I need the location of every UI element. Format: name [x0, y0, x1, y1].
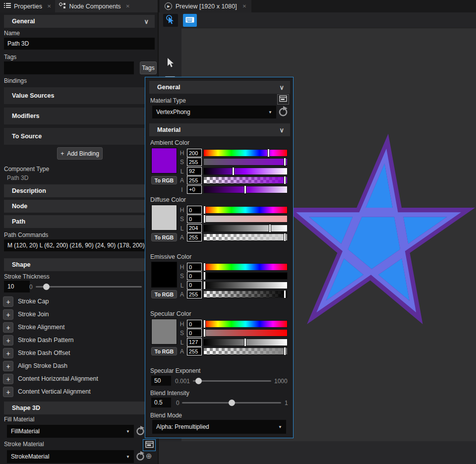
shape-section-header[interactable]: Shape ∨ [4, 258, 155, 271]
channel-slider[interactable] [204, 150, 287, 156]
stroke-thickness-slider[interactable] [36, 286, 142, 288]
add-property-button[interactable]: + [3, 322, 13, 333]
material-type-reset-icon[interactable] [277, 106, 289, 117]
channel-value-input[interactable]: 0 [187, 329, 202, 337]
add-binding-button[interactable]: + Add Binding [57, 147, 103, 160]
channel-value-input[interactable]: 0 [187, 272, 202, 280]
material-type-dropdown[interactable]: VertexPhong ▼ [152, 106, 276, 118]
add-property-button[interactable]: + [3, 309, 13, 320]
channel-value-input[interactable]: 0 [187, 263, 202, 271]
blend-intensity-slider[interactable] [182, 402, 281, 404]
channel-slider[interactable] [204, 339, 287, 346]
slider-thumb[interactable] [267, 149, 270, 157]
channel-value-input[interactable]: 200 [187, 149, 202, 157]
crosshair-icon[interactable]: ⊕ [146, 452, 152, 461]
tags-input[interactable] [4, 61, 134, 74]
close-icon[interactable]: ✕ [47, 3, 51, 9]
channel-slider[interactable] [204, 207, 287, 213]
fill-material-reset-icon[interactable] [135, 425, 146, 436]
slider-thumb[interactable] [203, 206, 206, 214]
stroke-material-dropdown[interactable]: StrokeMaterial ▼ [7, 450, 134, 463]
slider-thumb[interactable] [195, 378, 202, 384]
slider-thumb[interactable] [284, 158, 286, 166]
channel-slider[interactable] [204, 330, 287, 336]
slider-thumb[interactable] [284, 233, 286, 241]
binding-group-expander[interactable]: Modifiers ∨ [4, 108, 155, 124]
channel-value-input[interactable]: 0 [187, 215, 202, 223]
material-type-editor-button[interactable] [277, 94, 289, 105]
slider-thumb[interactable] [244, 338, 246, 347]
keyboard-tool-button[interactable] [183, 14, 197, 27]
blend-mode-dropdown[interactable]: Alpha: Premultiplied ▼ [152, 420, 286, 434]
channel-slider[interactable] [204, 177, 287, 183]
material-editor-toggle-button[interactable] [143, 439, 156, 451]
channel-slider[interactable] [204, 225, 287, 232]
binding-group-expander[interactable]: Value Sources ∨ [4, 87, 155, 104]
interact-tool-button[interactable] [163, 14, 178, 27]
channel-value-input[interactable]: 255 [187, 290, 202, 298]
slider-thumb[interactable] [203, 320, 206, 328]
collapsed-section-header[interactable]: Node ∨ [4, 200, 155, 213]
channel-value-input[interactable]: 0 [187, 206, 202, 214]
channel-slider[interactable] [204, 159, 287, 165]
select-tool-icon[interactable] [159, 57, 181, 69]
slider-thumb[interactable] [229, 400, 235, 406]
channel-value-input[interactable]: 255 [187, 347, 202, 355]
close-icon[interactable]: ✕ [126, 3, 130, 9]
channel-value-input[interactable]: 0 [187, 281, 202, 290]
slider-thumb[interactable] [203, 263, 206, 271]
slider-thumb[interactable] [244, 185, 246, 194]
stroke-thickness-input[interactable]: 10 [4, 281, 30, 292]
slider-thumb[interactable] [203, 272, 206, 280]
slider-thumb[interactable] [43, 284, 50, 290]
add-property-button[interactable]: + [3, 361, 13, 371]
channel-slider[interactable] [204, 291, 287, 297]
collapsed-section-header[interactable]: Path ∨ [4, 215, 155, 228]
channel-slider[interactable] [204, 264, 287, 270]
slider-thumb[interactable] [232, 167, 235, 175]
channel-slider[interactable] [204, 282, 287, 289]
shape3d-section-header[interactable]: Shape 3D ∨ [4, 402, 155, 414]
channel-value-input[interactable]: +0 [187, 185, 202, 194]
path-commands-input[interactable]: M (120, 20) L (62, 200) (216, 90) (24, 9… [4, 239, 155, 251]
slider-thumb[interactable] [269, 224, 271, 232]
slider-thumb[interactable] [284, 176, 286, 184]
close-icon[interactable]: ✕ [242, 3, 246, 9]
tab-properties[interactable]: Properties ✕ [0, 0, 55, 12]
slider-thumb[interactable] [284, 347, 286, 355]
blend-intensity-input[interactable]: 0.5 [151, 398, 171, 407]
material-section-header[interactable]: Material ∨ [149, 123, 290, 136]
add-property-button[interactable]: + [3, 374, 13, 384]
channel-slider[interactable] [204, 348, 287, 354]
add-property-button[interactable]: + [3, 387, 13, 397]
channel-slider[interactable] [204, 234, 287, 240]
name-input[interactable]: Path 3D [4, 38, 155, 50]
slider-thumb[interactable] [203, 281, 206, 290]
channel-value-input[interactable]: 255 [187, 176, 202, 184]
collapsed-section-header[interactable]: Description ∨ [4, 184, 155, 197]
channel-slider[interactable] [204, 216, 287, 222]
slider-thumb[interactable] [284, 290, 286, 298]
channel-value-input[interactable]: 92 [187, 167, 202, 175]
channel-value-input[interactable]: 255 [187, 158, 202, 166]
channel-slider[interactable] [204, 273, 287, 279]
binding-group-expander[interactable]: To Source ∨ [4, 128, 155, 145]
channel-value-input[interactable]: 0 [187, 320, 202, 328]
stroke-material-reset-icon[interactable] [135, 451, 146, 462]
tags-button[interactable]: Tags [140, 61, 157, 74]
channel-value-input[interactable]: 255 [187, 233, 202, 241]
tab-node-components[interactable]: Node Components ✕ [55, 0, 134, 12]
channel-value-input[interactable]: 127 [187, 338, 202, 347]
add-property-button[interactable]: + [3, 335, 13, 346]
channel-slider[interactable] [204, 186, 287, 193]
channel-slider[interactable] [204, 321, 287, 327]
add-property-button[interactable]: + [3, 348, 13, 358]
material-general-header[interactable]: General ∨ [149, 81, 290, 94]
general-section-header[interactable]: General ∨ [4, 15, 155, 28]
slider-thumb[interactable] [203, 215, 206, 223]
tab-preview[interactable]: ▶ Preview [1920 x 1080] ✕ [160, 0, 251, 12]
fill-material-dropdown[interactable]: FillMaterial ▼ [7, 425, 134, 438]
specular-exponent-slider[interactable] [193, 380, 271, 382]
specular-exponent-input[interactable]: 50 [151, 376, 171, 386]
channel-value-input[interactable]: 204 [187, 224, 202, 232]
